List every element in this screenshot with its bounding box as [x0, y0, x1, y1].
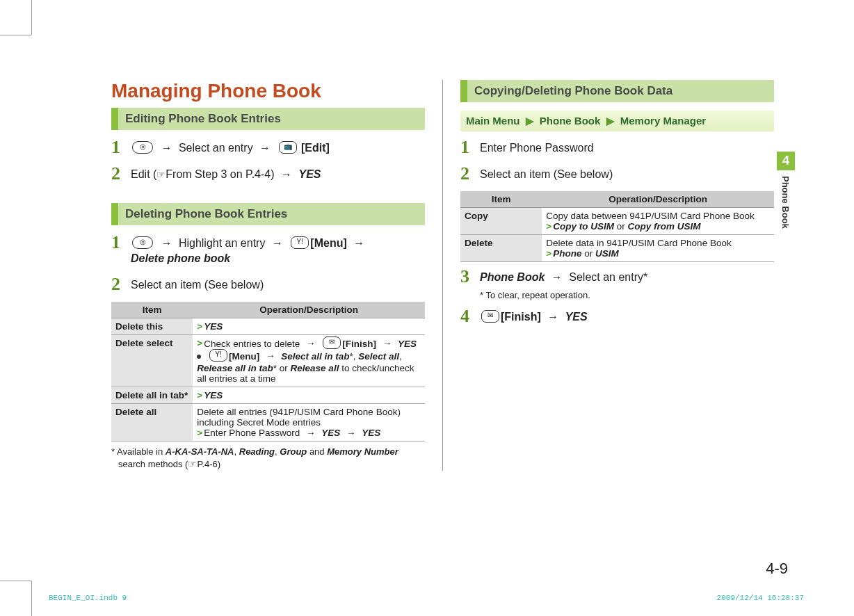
- arrow-icon: →: [303, 428, 319, 438]
- tv-key-icon: 📺: [279, 141, 297, 154]
- editing-step-2: 2 Edit (From Step 3 on P.4-4) → YES: [111, 165, 425, 183]
- text: Check entries to delete: [204, 338, 300, 348]
- nav-key-icon: ◎: [132, 141, 153, 154]
- opt: Phone: [553, 248, 581, 259]
- gt-icon: >: [197, 338, 204, 348]
- heading-deleting: Deleting Phone Book Entries: [111, 203, 425, 225]
- desc: Delete all entries (941P/USIM Card Phone…: [197, 407, 401, 428]
- deleting-step-2: 2 Select an item (See below): [111, 275, 425, 293]
- arrow-icon: →: [268, 237, 287, 249]
- item-cell: Delete: [460, 235, 542, 262]
- action-yes: YES: [565, 311, 588, 323]
- step-number: 1: [111, 234, 124, 252]
- arrow-icon: →: [303, 338, 319, 348]
- chapter-label: Phone Book: [777, 170, 794, 234]
- action-yes: YES: [398, 338, 417, 348]
- term: A-KA-SA-TA-NA: [166, 446, 234, 457]
- table-row: Copy Copy data between 941P/USIM Card Ph…: [460, 208, 774, 235]
- arrow-icon: →: [157, 142, 175, 154]
- copying-step-3: 3 Phone Book → Select an entry*: [460, 268, 774, 286]
- table-row: Delete all in tab* >YES: [111, 387, 425, 403]
- arrow-icon: →: [343, 428, 360, 438]
- desc: Delete data in 941P/USIM Card Phone Book: [546, 238, 731, 248]
- text: * Available in: [111, 446, 166, 457]
- opt: Release all in tab: [197, 363, 273, 373]
- action-yes: YES: [362, 428, 380, 438]
- text: Select an item (See below): [131, 275, 264, 293]
- text: Highlight an entry: [179, 237, 266, 249]
- side-tab: 4 Phone Book: [777, 152, 795, 234]
- text: search methods (: [118, 459, 188, 469]
- text: P.4-6): [197, 459, 220, 469]
- desc: Copy data between 941P/USIM Card Phone B…: [546, 211, 754, 221]
- crumb: Main Menu: [466, 115, 520, 127]
- crumb: Memory Manager: [620, 115, 706, 127]
- mail-key-icon: ✉: [481, 310, 499, 323]
- arrow-icon: →: [157, 237, 175, 249]
- table-row: Delete select >Check entries to delete →…: [111, 334, 425, 387]
- arrow-icon: →: [548, 271, 566, 283]
- nav-key-icon: ◎: [132, 236, 153, 249]
- copying-step-4: 4 ✉[Finish] → YES: [460, 307, 774, 325]
- table-row: Delete all Delete all entries (941P/USIM…: [111, 403, 425, 441]
- footer-filename: BEGIN_E_OI.indb 9: [49, 594, 127, 602]
- y-key-icon: Y!: [209, 349, 227, 362]
- heading-editing: Editing Phone Book Entries: [111, 108, 425, 130]
- action: Delete phone book: [131, 252, 230, 264]
- term: Group: [280, 446, 307, 457]
- table-header-item: Item: [111, 302, 193, 318]
- arrow-icon: →: [277, 168, 296, 180]
- action: Phone Book: [480, 271, 545, 283]
- text: Select an entry*: [569, 271, 647, 283]
- step-number: 2: [460, 165, 473, 183]
- right-column: Copying/Deleting Phone Book Data Main Me…: [442, 80, 774, 471]
- step-number: 1: [460, 138, 473, 156]
- text: Select an item (See below): [480, 165, 613, 182]
- editing-step-1: 1 ◎ → Select an entry → 📺 [Edit]: [111, 138, 425, 156]
- table-header-op: Operation/Description: [542, 191, 774, 208]
- arrow-icon: →: [262, 350, 279, 361]
- term: Memory Number: [327, 446, 398, 457]
- heading-copying: Copying/Deleting Phone Book Data: [460, 80, 774, 102]
- item-cell: Copy: [460, 208, 542, 235]
- opt: Copy to USIM: [553, 221, 614, 232]
- opt: Select all: [358, 350, 399, 361]
- step-number: 2: [111, 165, 124, 183]
- hand-icon: [156, 168, 166, 180]
- opt: Select all in tab: [281, 350, 349, 361]
- op: YES: [204, 390, 223, 400]
- copying-step-2: 2 Select an item (See below): [460, 165, 774, 183]
- left-column: Managing Phone Book Editing Phone Book E…: [111, 80, 442, 471]
- copying-step-1: 1 Enter Phone Password: [460, 138, 774, 156]
- item-cell: Delete all in tab*: [111, 387, 193, 403]
- text: Enter Phone Password: [204, 428, 300, 438]
- label: [Finish]: [342, 338, 376, 348]
- gt-icon: >: [546, 221, 553, 232]
- item-cell: Delete all: [111, 403, 193, 441]
- gt-icon: >: [197, 390, 204, 400]
- arrow-icon: →: [256, 142, 274, 154]
- footnote: * Available in A-KA-SA-TA-NA, Reading, G…: [111, 446, 425, 471]
- main-title: Managing Phone Book: [111, 80, 425, 102]
- label: [Edit]: [301, 142, 330, 154]
- table-header-item: Item: [460, 191, 542, 208]
- label: [Menu]: [229, 350, 259, 361]
- opt: Copy from USIM: [627, 221, 700, 232]
- y-key-icon: Y!: [291, 236, 309, 249]
- crumb: Phone Book: [540, 115, 601, 127]
- arrow-icon: →: [350, 237, 368, 249]
- hand-icon: [188, 459, 197, 469]
- arrow-icon: →: [544, 311, 562, 323]
- gt-icon: >: [197, 321, 204, 332]
- text: Select an entry: [179, 142, 253, 154]
- gt-icon: >: [197, 428, 204, 438]
- delete-options-table: Item Operation/Description Delete this >…: [111, 302, 425, 441]
- chevron-icon: ▶: [523, 115, 537, 127]
- bullet-icon: [197, 355, 201, 359]
- footer-timestamp: 2009/12/14 16:28:37: [717, 594, 804, 602]
- text: or: [614, 221, 628, 232]
- gt-icon: >: [546, 248, 553, 259]
- label: [Finish]: [501, 311, 541, 323]
- item-cell: Delete select: [111, 334, 193, 387]
- page-number: 4-9: [766, 560, 788, 578]
